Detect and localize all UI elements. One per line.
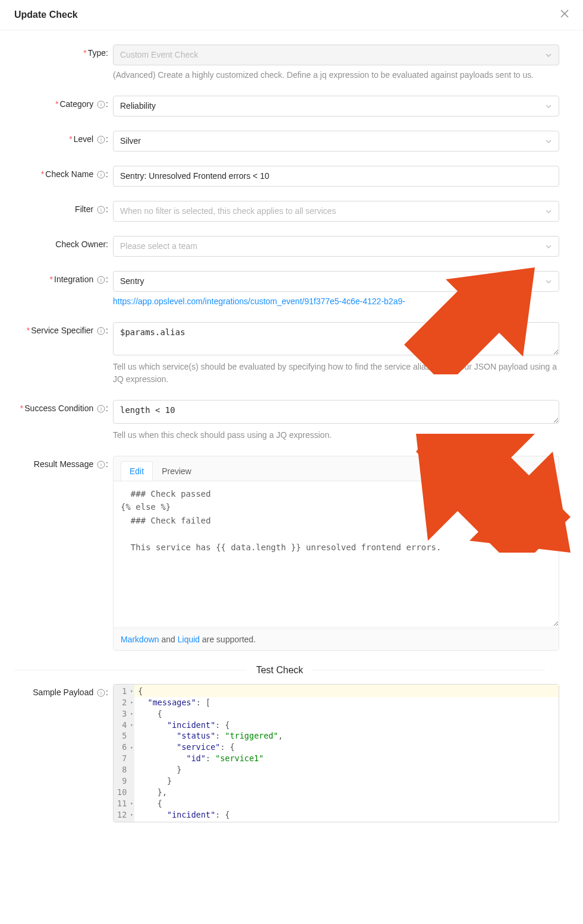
divider xyxy=(313,670,545,670)
level-label: *Level i: xyxy=(0,131,113,144)
result-message-label: Result Message i: xyxy=(0,456,113,469)
level-select[interactable]: Silver xyxy=(113,131,559,152)
svg-text:i: i xyxy=(100,462,102,468)
integration-label: *Integration i: xyxy=(0,271,113,284)
service-specifier-label: *Service Specifier i: xyxy=(0,322,113,335)
integration-link[interactable]: https://app.opslevel.com/integrations/cu… xyxy=(113,297,405,306)
info-icon[interactable]: i xyxy=(97,689,105,697)
svg-text:i: i xyxy=(100,406,102,412)
category-label: *Category i: xyxy=(0,96,113,109)
modal-title: Update Check xyxy=(14,10,78,20)
chevron-down-icon xyxy=(545,243,552,250)
success-condition-label: *Success Condition i: xyxy=(0,400,113,413)
info-icon[interactable]: i xyxy=(97,405,105,413)
check-name-input[interactable] xyxy=(113,166,559,187)
svg-text:i: i xyxy=(100,690,102,696)
success-condition-input[interactable] xyxy=(113,400,559,424)
check-name-label: *Check Name i: xyxy=(0,166,113,179)
chevron-down-icon xyxy=(545,278,552,285)
category-select[interactable]: Reliability xyxy=(113,96,559,116)
chevron-down-icon xyxy=(545,208,552,215)
svg-text:i: i xyxy=(100,207,102,213)
type-select: Custom Event Check xyxy=(113,45,559,65)
info-icon[interactable]: i xyxy=(97,276,105,284)
close-icon xyxy=(560,10,569,18)
chevron-down-icon xyxy=(545,52,552,59)
info-icon[interactable]: i xyxy=(97,171,105,179)
integration-select[interactable]: Sentry xyxy=(113,271,559,292)
type-hint: (Advanced) Create a highly customized ch… xyxy=(113,69,559,81)
tab-edit[interactable]: Edit xyxy=(121,461,153,481)
type-label: *Type: xyxy=(0,45,113,58)
result-message-footer: Markdown and Liquid are supported. xyxy=(114,628,559,650)
info-icon[interactable]: i xyxy=(97,100,105,109)
check-owner-select[interactable]: Please select a team xyxy=(113,236,559,257)
check-owner-label: Check Owner: xyxy=(0,236,113,249)
tab-preview[interactable]: Preview xyxy=(153,461,200,481)
svg-text:i: i xyxy=(100,277,102,283)
liquid-link[interactable]: Liquid xyxy=(178,635,200,644)
filter-select[interactable]: When no filter is selected, this check a… xyxy=(113,201,559,222)
sample-payload-editor[interactable]: 1▾2▾3▾4▾56▾7891011▾12▾ { "messages": [ {… xyxy=(113,684,559,822)
sample-payload-label: Sample Payload i: xyxy=(0,684,113,697)
result-message-input[interactable] xyxy=(114,481,559,626)
svg-text:i: i xyxy=(100,172,102,178)
info-icon[interactable]: i xyxy=(97,461,105,469)
chevron-down-icon xyxy=(545,138,552,145)
filter-label: Filter i: xyxy=(0,201,113,214)
svg-text:i: i xyxy=(100,328,102,334)
svg-text:i: i xyxy=(100,137,102,143)
success-condition-hint: Tell us when this check should pass usin… xyxy=(113,429,559,441)
close-button[interactable] xyxy=(560,10,569,20)
svg-text:i: i xyxy=(100,102,102,108)
service-specifier-input[interactable] xyxy=(113,322,559,355)
markdown-link[interactable]: Markdown xyxy=(121,635,159,644)
divider xyxy=(14,670,247,670)
info-icon[interactable]: i xyxy=(97,135,105,144)
test-check-heading: Test Check xyxy=(247,665,313,676)
service-specifier-hint: Tell us which service(s) should be evalu… xyxy=(113,361,559,386)
info-icon[interactable]: i xyxy=(97,327,105,335)
info-icon[interactable]: i xyxy=(97,206,105,214)
chevron-down-icon xyxy=(545,103,552,110)
